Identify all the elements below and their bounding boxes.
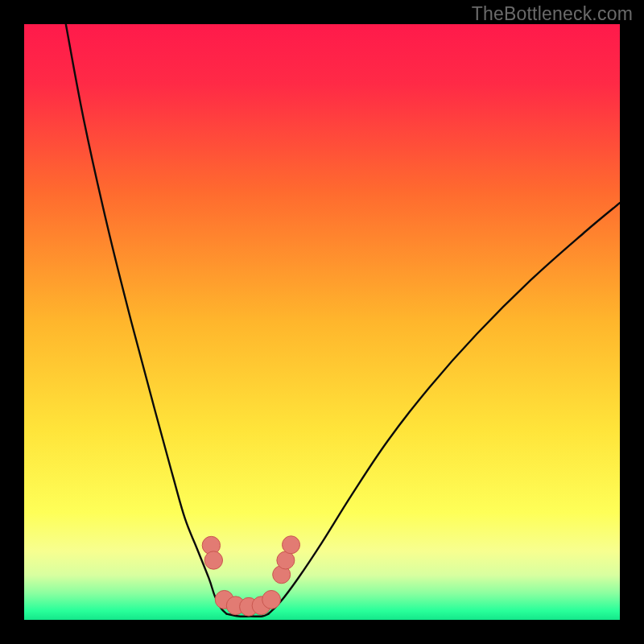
watermark-text: TheBottleneck.com: [472, 3, 633, 25]
outer-frame: TheBottleneck.com: [0, 0, 644, 644]
curves-layer: [24, 24, 620, 620]
curve-right_curve: [268, 203, 620, 614]
marker-point: [283, 536, 300, 554]
marker-point: [262, 590, 281, 609]
plot-area: [24, 24, 620, 620]
marker-point: [277, 551, 295, 569]
curve-left_curve: [66, 24, 227, 614]
marker-point: [204, 551, 222, 569]
